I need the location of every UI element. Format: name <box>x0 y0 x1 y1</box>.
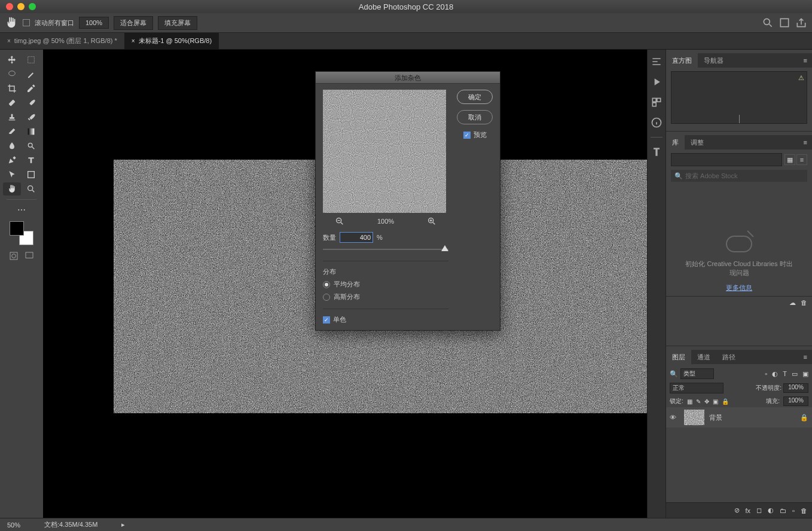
minimize-window-button[interactable] <box>17 3 25 10</box>
grid-view-icon[interactable]: ▦ <box>784 154 795 165</box>
tab-layers[interactable]: 图层 <box>666 350 691 364</box>
healing-tool[interactable] <box>3 96 21 109</box>
ok-button[interactable]: 确定 <box>457 90 493 104</box>
share-icon[interactable] <box>795 17 807 29</box>
marquee-tool[interactable] <box>22 53 40 66</box>
filter-pixel-icon[interactable]: ▫ <box>765 370 767 378</box>
info-icon[interactable] <box>651 117 663 129</box>
filter-shape-icon[interactable]: ▭ <box>792 370 798 378</box>
fx-icon[interactable]: fx <box>746 507 751 514</box>
warning-icon[interactable]: ⚠ <box>798 74 804 82</box>
amount-slider[interactable] <box>323 245 448 254</box>
actions-icon[interactable] <box>651 76 663 88</box>
cancel-button[interactable]: 取消 <box>457 110 493 124</box>
library-dropdown[interactable] <box>671 153 782 166</box>
eraser-tool[interactable] <box>3 125 21 138</box>
trash-icon[interactable]: 🗑 <box>801 299 807 307</box>
history-brush-tool[interactable] <box>22 111 40 124</box>
canvas-area[interactable]: 添加杂色 100% 数量 % <box>43 50 647 518</box>
delete-icon[interactable]: 🗑 <box>801 507 807 514</box>
status-zoom[interactable]: 50% <box>7 521 20 529</box>
fill-value[interactable]: 100% <box>783 396 808 406</box>
new-layer-icon[interactable]: ▫ <box>792 507 795 514</box>
tab-navigator[interactable]: 导航器 <box>698 53 729 68</box>
library-search[interactable]: 🔍搜索 Adobe Stock <box>671 170 807 182</box>
document-tab-2[interactable]: ×未标题-1 @ 50%(RGB/8) <box>124 33 219 49</box>
close-window-button[interactable] <box>6 3 13 10</box>
close-tab-icon[interactable]: × <box>7 38 11 44</box>
lock-icon[interactable]: 🔒 <box>800 414 808 422</box>
zoom-out-icon[interactable] <box>335 216 344 226</box>
fullscreen-window-button[interactable] <box>29 3 36 10</box>
amount-input[interactable] <box>340 232 373 243</box>
quickmask-icon[interactable] <box>9 251 19 262</box>
search-icon[interactable] <box>762 17 774 29</box>
mask-icon[interactable]: ◻ <box>756 506 762 514</box>
link-layers-icon[interactable]: ⊘ <box>734 506 740 514</box>
workspace-icon[interactable] <box>779 17 790 29</box>
status-doc-size[interactable]: 文档:4.35M/4.35M <box>44 520 97 529</box>
blend-mode-select[interactable]: 正常 <box>670 383 724 393</box>
path-select-tool[interactable] <box>3 168 21 181</box>
lock-all-icon[interactable]: 🔒 <box>722 398 729 405</box>
filter-type-icon[interactable]: T <box>783 370 787 378</box>
visibility-icon[interactable]: 👁 <box>670 414 679 421</box>
layer-thumbnail[interactable] <box>684 410 704 425</box>
dodge-tool[interactable] <box>22 139 40 152</box>
properties-icon[interactable] <box>651 56 663 68</box>
styles-icon[interactable] <box>651 96 663 108</box>
lock-pixels-icon[interactable]: ▦ <box>687 398 692 405</box>
eyedropper-tool[interactable] <box>22 82 40 95</box>
brush-tool[interactable] <box>22 96 40 109</box>
filter-smart-icon[interactable]: ▣ <box>802 370 808 378</box>
wand-tool[interactable] <box>22 68 40 81</box>
tab-paths[interactable]: 路径 <box>716 350 741 364</box>
pen-tool[interactable] <box>3 154 21 167</box>
adjustment-icon[interactable]: ◐ <box>768 506 774 514</box>
preview-box[interactable] <box>323 90 446 213</box>
gaussian-radio[interactable]: 高斯分布 <box>323 292 448 301</box>
list-view-icon[interactable]: ≡ <box>796 154 807 165</box>
tab-histogram[interactable]: 直方图 <box>666 53 698 68</box>
cloud-sync-icon[interactable]: ☁ <box>789 299 796 307</box>
screenmode-icon[interactable] <box>25 251 34 262</box>
stamp-tool[interactable] <box>3 111 21 124</box>
character-icon[interactable] <box>651 146 663 158</box>
color-swatches[interactable] <box>10 221 33 245</box>
move-tool[interactable] <box>3 53 21 66</box>
zoom-in-icon[interactable] <box>427 216 436 226</box>
group-icon[interactable]: 🗀 <box>780 507 786 514</box>
shape-tool[interactable] <box>22 168 40 181</box>
blur-tool[interactable] <box>3 139 21 152</box>
tab-channels[interactable]: 通道 <box>691 350 716 364</box>
panel-menu-icon[interactable]: ≡ <box>799 350 812 364</box>
panel-menu-icon[interactable]: ≡ <box>799 53 812 68</box>
gradient-tool[interactable] <box>22 125 40 138</box>
opacity-value[interactable]: 100% <box>783 383 808 393</box>
preview-checkbox[interactable]: ✓预览 <box>463 130 487 139</box>
uniform-radio[interactable]: 平均分布 <box>323 280 448 289</box>
panel-menu-icon[interactable]: ≡ <box>799 135 812 149</box>
fit-screen-button[interactable]: 适合屏幕 <box>114 16 153 30</box>
zoom-tool[interactable] <box>22 182 40 196</box>
lock-position-icon[interactable]: ✥ <box>704 398 709 405</box>
tab-adjustments[interactable]: 调整 <box>685 135 710 149</box>
scroll-all-checkbox[interactable] <box>23 19 30 26</box>
hand-tool-icon[interactable] <box>5 16 18 29</box>
document-tab-1[interactable]: ×timg.jpeg @ 50% (图层 1, RGB/8) * <box>0 33 124 49</box>
layer-background[interactable]: 👁 背景 🔒 <box>666 407 812 428</box>
zoom-percent-button[interactable]: 100% <box>79 17 109 29</box>
lock-artboard-icon[interactable]: ▣ <box>713 398 718 405</box>
lasso-tool[interactable] <box>3 68 21 81</box>
crop-tool[interactable] <box>3 82 21 95</box>
hand-tool[interactable] <box>3 182 21 196</box>
type-tool[interactable] <box>22 154 40 167</box>
layer-filter-type[interactable]: 类型 <box>680 368 714 379</box>
fill-screen-button[interactable]: 填充屏幕 <box>158 16 197 30</box>
lock-brush-icon[interactable]: ✎ <box>696 398 701 405</box>
close-tab-icon[interactable]: × <box>132 38 135 44</box>
filter-adjust-icon[interactable]: ◐ <box>772 370 778 378</box>
more-tools[interactable]: ⋯ <box>13 203 30 216</box>
mono-checkbox[interactable]: ✓单色 <box>323 315 448 324</box>
tab-library[interactable]: 库 <box>666 135 685 149</box>
